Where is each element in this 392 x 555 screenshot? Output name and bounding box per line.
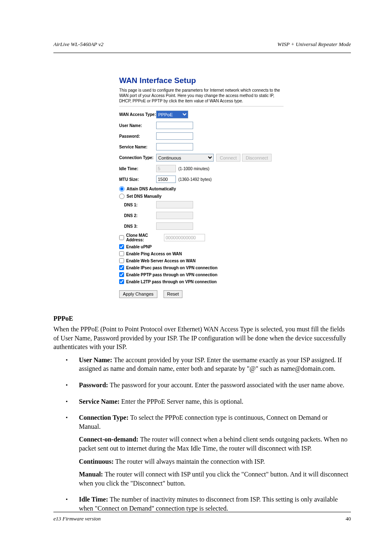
bullet-service-name: Service Name: Enter the PPPoE Server nam… [66, 397, 351, 406]
pptp-label: Enable PPTP pass through on VPN connecti… [126, 273, 217, 277]
bullet-password: Password: The password for your account.… [66, 381, 351, 390]
connect-button[interactable]: Connect [216, 154, 240, 162]
l2tp-label: Enable L2TP pass through on VPN connecti… [126, 280, 217, 284]
reset-button[interactable]: Reset [164, 290, 183, 298]
upnp-checkbox[interactable] [119, 244, 124, 249]
dns-manual-label: Set DNS Manually [127, 194, 161, 199]
dns-auto-label: Attain DNS Automatically [127, 187, 176, 191]
dns2-input[interactable] [156, 212, 193, 219]
user-name-label: User Name: [119, 123, 156, 128]
dns3-input[interactable] [156, 222, 193, 230]
ping-wan-label: Enable Ping Access on WAN [126, 252, 182, 256]
connection-type-label: Connection Type: [119, 155, 156, 160]
service-name-input[interactable] [156, 143, 193, 150]
disconnect-button[interactable]: Disconnect [242, 154, 272, 162]
mtu-size-input[interactable] [156, 176, 176, 183]
ping-wan-checkbox[interactable] [119, 251, 124, 256]
service-name-label: Service Name: [119, 145, 156, 149]
apply-changes-button[interactable]: Apply Changes [119, 290, 157, 298]
bullet-idle-time: Idle Time: The number of inactivity minu… [66, 495, 351, 513]
header-divider [53, 53, 351, 53]
l2tp-checkbox[interactable] [119, 279, 124, 284]
idle-time-input[interactable] [156, 165, 176, 172]
footer-version: e13 Firmware version [53, 516, 101, 522]
wan-setup-panel: WAN Interface Setup This page is used to… [119, 76, 284, 298]
panel-description: This page is used to configure the param… [119, 88, 284, 106]
clone-mac-checkbox[interactable] [119, 235, 124, 240]
pppoe-body: When the PPPoE (Point to Point Protocol … [53, 325, 351, 352]
user-name-input[interactable] [156, 122, 193, 129]
panel-title: WAN Interface Setup [119, 76, 284, 85]
pptp-checkbox[interactable] [119, 272, 124, 277]
footer-divider [53, 512, 351, 512]
clone-mac-input[interactable] [164, 234, 205, 241]
dns-auto-radio[interactable] [119, 186, 125, 192]
connection-type-select[interactable]: Continuous [156, 154, 214, 162]
password-label: Password: [119, 134, 156, 139]
password-input[interactable] [156, 132, 193, 140]
web-wan-checkbox[interactable] [119, 258, 124, 263]
ipsec-checkbox[interactable] [119, 265, 124, 270]
web-wan-label: Enable Web Server Access on WAN [126, 259, 196, 263]
idle-time-label: Idle Time: [119, 166, 156, 171]
mtu-size-label: MTU Size: [119, 177, 156, 182]
dns-manual-radio[interactable] [119, 194, 125, 199]
idle-time-hint: (1-1000 minutes) [178, 166, 210, 171]
upnp-label: Enable uPNP [126, 245, 152, 249]
dns2-label: DNS 2: [124, 213, 156, 218]
mtu-size-hint: (1360-1492 bytes) [178, 177, 212, 182]
bullet-connection-type: Connection Type: To select the PPPoE con… [66, 413, 351, 488]
dns1-label: DNS 1: [124, 203, 156, 207]
header-page-title: WISP + Universal Repeater Mode [277, 41, 351, 48]
ipsec-label: Enable IPsec pass through on VPN connect… [126, 266, 217, 270]
wan-access-type-select[interactable]: PPPoE [156, 111, 188, 118]
clone-mac-label: Clone MAC Address: [126, 233, 164, 242]
wan-access-type-label: WAN Access Type: [119, 112, 156, 117]
dns1-input[interactable] [156, 201, 193, 208]
body-text: PPPoE When the PPPoE (Point to Point Pro… [53, 312, 351, 520]
pppoe-heading: PPPoE [53, 315, 351, 322]
bullet-user-name: User Name: The account provided by your … [66, 356, 351, 373]
header-product: AirLive WL-5460AP v2 [53, 41, 104, 48]
dns3-label: DNS 3: [124, 224, 156, 229]
footer-page: 40 [346, 516, 351, 522]
